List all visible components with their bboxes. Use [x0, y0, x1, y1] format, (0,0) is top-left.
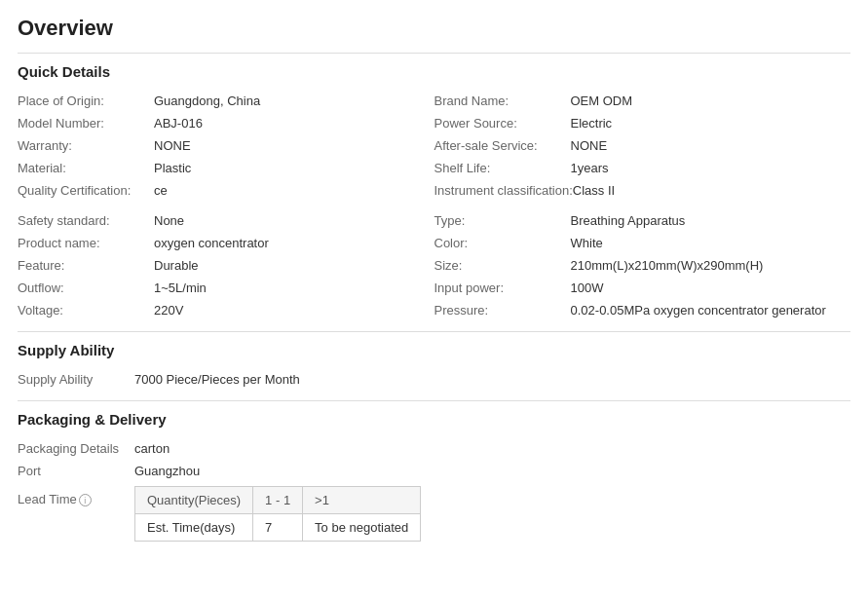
detail-row: Outflow:1~5L/min: [18, 277, 434, 299]
detail-value: NONE: [571, 138, 608, 153]
detail-value: White: [571, 236, 603, 250]
detail-value: None: [154, 213, 184, 228]
detail-label: Color:: [434, 236, 571, 250]
detail-value: oxygen concentrator: [154, 236, 269, 250]
quick-details-left-col: Place of Origin:Guangdong, ChinaModel Nu…: [18, 90, 434, 321]
detail-label: Power Source:: [434, 116, 571, 131]
detail-label: Product name:: [18, 236, 154, 250]
detail-label: Brand Name:: [434, 94, 571, 108]
detail-value: 1years: [571, 161, 609, 175]
detail-row: Input power:100W: [434, 277, 851, 299]
packaging-delivery-section: Packaging & Delivery Packaging Detailsca…: [18, 411, 850, 545]
detail-value: 220V: [154, 303, 183, 318]
quick-details-section: Quick Details Place of Origin:Guangdong,…: [18, 63, 850, 321]
detail-value: 210mm(L)x210mm(W)x290mm(H): [571, 258, 764, 273]
pkg-label: Port: [18, 464, 134, 478]
detail-label: Voltage:: [18, 303, 154, 318]
supply-ability-section: Supply Ability Supply Ability 7000 Piece…: [18, 342, 850, 391]
lead-time-label: Lead Timei: [18, 486, 134, 506]
lead-time-col-1: 1 - 1: [253, 487, 303, 514]
detail-row: [18, 202, 434, 209]
detail-row: Place of Origin:Guangdong, China: [18, 90, 434, 112]
detail-value: NONE: [154, 138, 191, 153]
supply-ability-value: 7000 Piece/Pieces per Month: [134, 372, 300, 387]
detail-row: Feature:Durable: [18, 254, 434, 277]
detail-label: Type:: [434, 213, 571, 228]
pkg-value: carton: [134, 441, 170, 456]
detail-value: 0.02-0.05MPa oxygen concentrator generat…: [571, 303, 826, 318]
detail-row: Instrument classification:Class II: [434, 179, 851, 202]
detail-label: Warranty:: [18, 138, 154, 153]
quick-details-grid: Place of Origin:Guangdong, ChinaModel Nu…: [18, 90, 850, 321]
detail-row: Voltage:220V: [18, 299, 434, 321]
detail-value: ABJ-016: [154, 116, 203, 131]
detail-label: Input power:: [434, 281, 571, 295]
detail-row: Type:Breathing Apparatus: [434, 209, 851, 232]
detail-value: ce: [154, 183, 168, 198]
detail-label: Pressure:: [434, 303, 571, 318]
detail-row: Power Source:Electric: [434, 112, 851, 134]
detail-label: Outflow:: [18, 281, 154, 295]
pkg-row: PortGuangzhou: [18, 460, 850, 482]
detail-label: Feature:: [18, 258, 154, 273]
lead-time-row: Lead Timei Quantity(Pieces) 1 - 1 >1 Est…: [18, 482, 850, 545]
detail-label: Size:: [434, 258, 571, 273]
page-title: Overview: [18, 16, 850, 41]
detail-value: 100W: [571, 281, 604, 295]
title-divider: [18, 53, 850, 54]
lead-time-col-gt1: >1: [303, 487, 421, 514]
quick-details-divider: [18, 331, 850, 332]
detail-value: Breathing Apparatus: [571, 213, 686, 228]
supply-divider: [18, 400, 850, 401]
detail-label: Instrument classification:: [434, 183, 573, 198]
detail-value: Electric: [571, 116, 613, 131]
detail-row: [434, 202, 851, 209]
detail-label: Safety standard:: [18, 213, 154, 228]
detail-value: Class II: [573, 183, 615, 198]
lead-time-days-gt1: To be negotiated: [303, 514, 421, 542]
lead-time-col-quantity: Quantity(Pieces): [135, 487, 253, 514]
packaging-delivery-title: Packaging & Delivery: [18, 411, 850, 428]
supply-ability-row: Supply Ability 7000 Piece/Pieces per Mon…: [18, 368, 850, 391]
detail-row: Model Number:ABJ-016: [18, 112, 434, 134]
detail-label: Material:: [18, 161, 154, 175]
lead-time-days-1: 7: [253, 514, 303, 542]
detail-value: 1~5L/min: [154, 281, 207, 295]
quick-details-right-col: Brand Name:OEM ODMPower Source:ElectricA…: [434, 90, 851, 321]
pkg-row: Packaging Detailscarton: [18, 437, 850, 460]
detail-label: Quality Certification:: [18, 183, 154, 198]
detail-row: Material:Plastic: [18, 157, 434, 179]
supply-ability-title: Supply Ability: [18, 342, 850, 358]
detail-label: After-sale Service:: [434, 138, 571, 153]
detail-row: Product name:oxygen concentrator: [18, 232, 434, 254]
detail-row: Safety standard:None: [18, 209, 434, 232]
detail-label: Shelf Life:: [434, 161, 571, 175]
quick-details-title: Quick Details: [18, 63, 850, 80]
detail-row: After-sale Service:NONE: [434, 134, 851, 157]
detail-row: Warranty:NONE: [18, 134, 434, 157]
lead-time-table-wrapper: Quantity(Pieces) 1 - 1 >1 Est. Time(days…: [134, 486, 421, 542]
pkg-label: Packaging Details: [18, 441, 134, 456]
detail-row: Brand Name:OEM ODM: [434, 90, 851, 112]
packaging-grid: Packaging DetailscartonPortGuangzhou: [18, 437, 850, 482]
detail-value: OEM ODM: [571, 94, 633, 108]
detail-label: Model Number:: [18, 116, 154, 131]
detail-value: Guangdong, China: [154, 94, 260, 108]
detail-row: Size:210mm(L)x210mm(W)x290mm(H): [434, 254, 851, 277]
detail-value: Durable: [154, 258, 199, 273]
lead-time-row-label: Est. Time(days): [135, 514, 253, 542]
lead-time-table: Quantity(Pieces) 1 - 1 >1 Est. Time(days…: [134, 486, 421, 542]
detail-value: Plastic: [154, 161, 191, 175]
detail-label: Place of Origin:: [18, 94, 154, 108]
supply-ability-label: Supply Ability: [18, 372, 134, 387]
detail-row: Shelf Life:1years: [434, 157, 851, 179]
detail-row: Pressure:0.02-0.05MPa oxygen concentrato…: [434, 299, 851, 321]
detail-row: Quality Certification:ce: [18, 179, 434, 202]
detail-row: Color:White: [434, 232, 851, 254]
info-icon: i: [79, 494, 92, 506]
pkg-value: Guangzhou: [134, 464, 200, 478]
